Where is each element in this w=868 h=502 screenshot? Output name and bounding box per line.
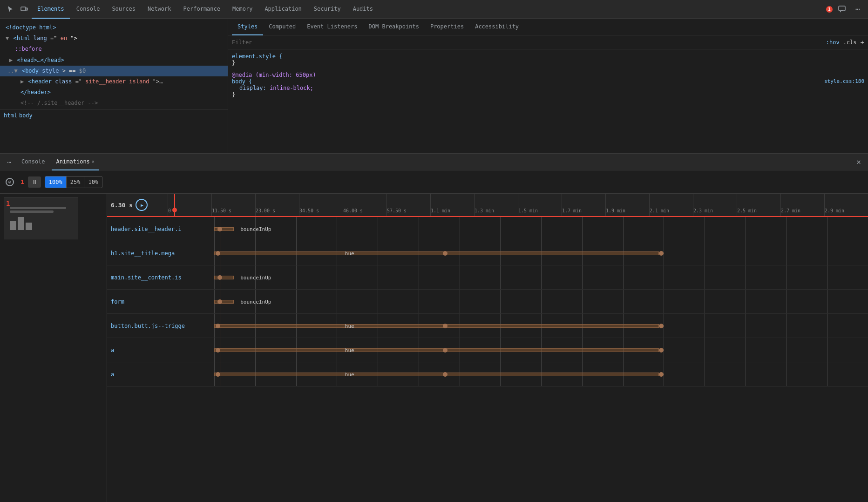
error-badge[interactable]: 1 xyxy=(826,6,833,13)
ruler-mark: 2.5 min xyxy=(737,194,780,216)
expand-arrow[interactable]: ▼ xyxy=(6,35,9,41)
css-rule-element-style: element.style { } xyxy=(232,53,864,66)
time-display: 6.30 s ▶ xyxy=(107,199,168,211)
grid-line xyxy=(582,265,583,289)
svg-rect-0 xyxy=(21,7,26,11)
grid-line xyxy=(664,217,664,241)
tab-console[interactable]: Console xyxy=(71,0,106,19)
tab-accessibility[interactable]: Accessibility xyxy=(469,19,524,35)
chat-icon[interactable] xyxy=(835,3,848,16)
tab-memory[interactable]: Memory xyxy=(227,0,258,19)
cursor-icon[interactable] xyxy=(4,3,17,16)
grid-line xyxy=(827,241,827,265)
tab-network[interactable]: Network xyxy=(142,0,177,19)
animation-tracks: header.site__header.ibounceInUph1.site__… xyxy=(107,217,868,502)
tab-application[interactable]: Application xyxy=(259,0,307,19)
panel-close-button[interactable]: ✕ xyxy=(853,156,864,168)
dom-line-body[interactable]: ..▼ <body style > == $0 xyxy=(0,66,228,76)
tab-security[interactable]: Security xyxy=(308,0,346,19)
grid-line xyxy=(460,217,460,241)
grid-line xyxy=(500,290,501,313)
tab-animations[interactable]: Animations ✕ xyxy=(52,154,99,170)
speed-group: 100% 25% 10% xyxy=(45,176,102,188)
track-dot-2 xyxy=(659,251,664,256)
cls-button[interactable]: .cls xyxy=(843,39,857,46)
track-label-6[interactable]: a xyxy=(107,371,214,378)
grid-line xyxy=(255,217,256,241)
ruler-mark: 11.50 s xyxy=(211,194,255,216)
tab-dom-breakpoints[interactable]: DOM Breakpoints xyxy=(363,19,425,35)
play-button[interactable]: ▶ xyxy=(136,199,148,211)
grid-line xyxy=(705,265,705,289)
grid-line xyxy=(787,241,787,265)
tab-elements[interactable]: Elements xyxy=(32,0,70,19)
grid-line xyxy=(705,217,705,241)
tab-console-bottom[interactable]: Console xyxy=(17,154,50,170)
tab-sources[interactable]: Sources xyxy=(106,0,141,19)
grid-line xyxy=(337,265,337,289)
tab-styles[interactable]: Styles xyxy=(232,19,263,35)
dom-line-header: ▶ <header class =" site__header island "… xyxy=(0,76,228,87)
tab-audits[interactable]: Audits xyxy=(347,0,379,19)
tab-event-listeners[interactable]: Event Listeners xyxy=(301,19,363,35)
dom-line-close-header: </header> xyxy=(0,87,228,98)
grid-line xyxy=(664,265,664,289)
timeline-ruler[interactable]: 011.50 s23.00 s34.50 s46.00 s57.50 s1.1 … xyxy=(168,194,868,216)
grid-line xyxy=(705,241,705,265)
speed-25-button[interactable]: 25% xyxy=(67,176,85,188)
css-source-link[interactable]: style.css:180 xyxy=(824,78,864,84)
grid-line xyxy=(664,362,664,386)
grid-line xyxy=(827,265,827,289)
track-label-1[interactable]: h1.site__title.mega xyxy=(107,250,214,257)
device-toolbar-icon[interactable] xyxy=(18,3,31,16)
grid-line xyxy=(705,362,705,386)
track-dot xyxy=(217,275,222,280)
speed-100-button[interactable]: 100% xyxy=(45,176,67,188)
tab-computed[interactable]: Computed xyxy=(263,19,301,35)
breadcrumb-html[interactable]: html xyxy=(4,112,17,119)
breadcrumb-body[interactable]: body xyxy=(19,112,33,119)
ruler-mark: 1.3 min xyxy=(474,194,518,216)
grid-line xyxy=(582,217,583,241)
ruler-mark: 2.7 min xyxy=(780,194,824,216)
track-label-2[interactable]: main.site__content.is xyxy=(107,274,214,281)
bottom-more-icon[interactable]: ⋯ xyxy=(4,156,15,168)
track-content-3: bounceInUp xyxy=(214,290,868,313)
svg-rect-1 xyxy=(26,8,27,10)
track-label-5[interactable]: a xyxy=(107,347,214,353)
tab-properties[interactable]: Properties xyxy=(425,19,469,35)
more-menu-icon[interactable]: ⋯ xyxy=(851,3,864,16)
animation-timeline-area: 6.30 s ▶ 011.50 s23.00 s34.50 s46.00 s57… xyxy=(107,194,868,502)
track-label-4[interactable]: button.butt.js--trigge xyxy=(107,323,214,329)
dom-attr-lang: lang xyxy=(34,35,47,41)
pause-animation-button[interactable]: ⏸ xyxy=(28,176,41,188)
track-label-0[interactable]: header.site__header.i xyxy=(107,226,214,232)
expand-header[interactable]: ▶ xyxy=(20,78,24,85)
tab-performance[interactable]: Performance xyxy=(178,0,226,19)
tab-close-icon[interactable]: ✕ xyxy=(92,159,95,164)
devtools-toolbar: Elements Console Sources Network Perform… xyxy=(0,0,868,19)
grid-line xyxy=(378,217,378,241)
expand-head[interactable]: ▶ xyxy=(9,57,13,63)
grid-line xyxy=(296,290,297,313)
track-label-3[interactable]: form xyxy=(107,298,214,305)
grid-line xyxy=(255,290,256,313)
css-brace: } xyxy=(232,91,235,98)
filter-input[interactable] xyxy=(232,39,822,46)
grid-line xyxy=(419,265,419,289)
grid-line xyxy=(827,217,827,241)
animation-track-1: h1.site__title.megahue xyxy=(107,241,868,265)
ruler-mark: 2.1 min xyxy=(649,194,693,216)
animation-preview[interactable]: 1 xyxy=(4,197,78,239)
grid-line xyxy=(746,338,746,362)
main-area: <!doctype html> ▼ <html lang =" en "> ::… xyxy=(0,19,868,502)
grid-line xyxy=(541,290,542,313)
grid-line xyxy=(664,338,664,362)
block-animation-icon[interactable]: ⊘ xyxy=(6,178,14,186)
grid-line xyxy=(827,290,827,313)
hov-button[interactable]: :hov xyxy=(826,39,840,46)
speed-10-button[interactable]: 10% xyxy=(84,176,102,188)
add-style-button[interactable]: + xyxy=(861,39,864,46)
track-anim-name: bounceInUp xyxy=(240,298,271,305)
breadcrumb-bar: html body xyxy=(0,109,228,122)
